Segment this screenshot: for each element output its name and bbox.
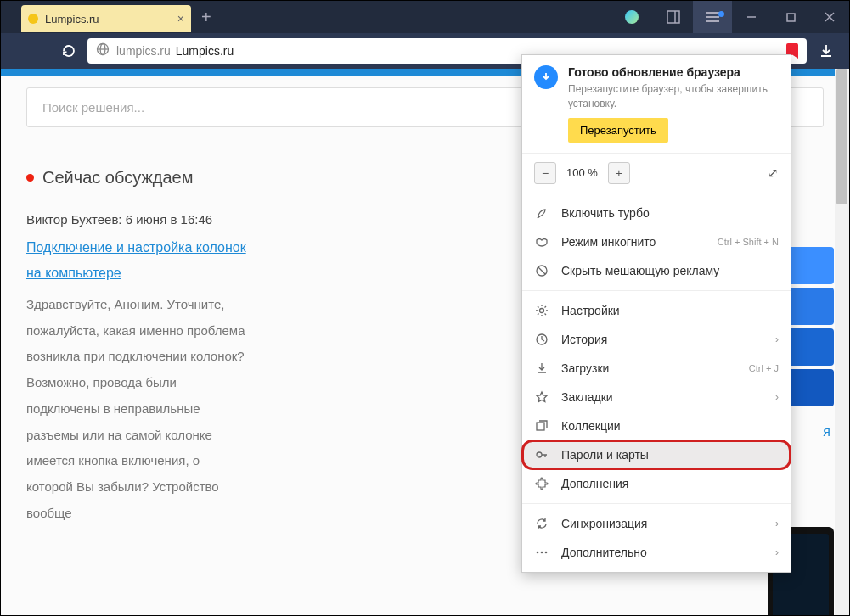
history-icon (534, 332, 549, 347)
update-subtitle: Перезапустите браузер, чтобы завершить у… (568, 82, 779, 111)
menu-label: История (561, 333, 607, 346)
menu-more[interactable]: Дополнительно › (522, 538, 791, 567)
menu-label: Включить турбо (561, 206, 650, 220)
menu-label: Дополнения (561, 477, 628, 490)
profile-icon[interactable] (625, 10, 639, 24)
menu-downloads[interactable]: Загрузки Ctrl + J (522, 354, 791, 383)
zoom-controls: − 100 % + ⤢ (522, 154, 791, 193)
menu-label: Пароли и карты (561, 448, 649, 462)
promo-text: я (823, 424, 830, 440)
browser-menu: Готово обновление браузера Перезапустите… (521, 54, 791, 573)
panel-icon[interactable] (654, 1, 693, 33)
minimize-button[interactable] (732, 1, 771, 33)
url-domain: lumpics.ru (116, 44, 171, 58)
maximize-button[interactable] (771, 1, 810, 33)
chevron-right-icon: › (775, 546, 779, 558)
title-bar: Lumpics.ru × + (1, 1, 849, 33)
svg-line-10 (538, 267, 545, 274)
menu-label: Скрыть мешающую рекламу (561, 264, 719, 277)
live-dot-icon (26, 174, 34, 182)
menu-label: Закладки (561, 390, 613, 404)
star-icon (534, 389, 549, 405)
download-circle-icon (534, 65, 558, 89)
reload-button[interactable] (55, 37, 82, 64)
menu-label: Настройки (561, 304, 620, 317)
svg-rect-3 (787, 14, 795, 21)
section-title-text: Сейчас обсуждаем (42, 168, 193, 188)
close-tab-icon[interactable]: × (177, 12, 184, 25)
chevron-right-icon: › (775, 333, 779, 345)
mask-icon (534, 234, 549, 249)
hamburger-icon (706, 16, 719, 18)
update-banner: Готово обновление браузера Перезапустите… (522, 55, 791, 154)
menu-label: Загрузки (561, 361, 609, 375)
svg-point-11 (540, 308, 544, 312)
menu-bookmarks[interactable]: Закладки › (522, 383, 791, 412)
comment-body: Здравствуйте, Аноним. Уточните, пожалуйс… (26, 292, 247, 527)
menu-settings[interactable]: Настройки (522, 296, 791, 325)
svg-rect-0 (667, 11, 679, 23)
svg-rect-13 (537, 423, 544, 430)
comment-meta: Виктор Бухтеев: 6 июня в 16:46 (26, 210, 247, 230)
svg-point-16 (541, 551, 543, 553)
scrollbar-thumb[interactable] (836, 69, 847, 204)
discussion-sidebar: Сейчас обсуждаем Виктор Бухтеев: 6 июня … (26, 168, 247, 527)
block-icon (534, 263, 549, 278)
url-page: Lumpics.ru (176, 44, 234, 58)
zoom-out-button[interactable]: − (534, 162, 556, 184)
comment-link[interactable]: Подключение и настройка колонок на компь… (26, 235, 247, 287)
close-window-button[interactable] (810, 1, 849, 33)
download-icon (534, 361, 549, 376)
favicon-icon (28, 14, 38, 24)
menu-label: Режим инкогнито (561, 235, 656, 249)
window-controls (625, 1, 849, 33)
browser-tab[interactable]: Lumpics.ru × (21, 5, 191, 32)
update-title: Готово обновление браузера (568, 65, 779, 79)
menu-label: Коллекции (561, 419, 621, 433)
svg-point-15 (537, 551, 539, 553)
new-tab-button[interactable]: + (201, 8, 211, 27)
download-button[interactable] (812, 36, 841, 65)
tab-title: Lumpics.ru (45, 13, 171, 25)
more-icon (534, 545, 549, 560)
menu-label: Дополнительно (561, 546, 647, 559)
shortcut-label: Ctrl + Shift + N (718, 237, 779, 247)
section-title: Сейчас обсуждаем (26, 168, 247, 188)
svg-point-17 (545, 551, 548, 553)
collections-icon (534, 418, 549, 434)
menu-sync[interactable]: Синхронизация › (522, 509, 791, 538)
shortcut-label: Ctrl + J (749, 363, 779, 373)
menu-passwords[interactable]: Пароли и карты (522, 440, 791, 469)
zoom-value: 100 % (563, 166, 601, 179)
zoom-in-button[interactable]: + (608, 162, 630, 184)
chevron-right-icon: › (775, 391, 779, 403)
globe-icon (96, 42, 110, 59)
menu-history[interactable]: История › (522, 325, 791, 354)
sync-icon (534, 516, 549, 531)
notification-badge (718, 11, 724, 17)
puzzle-icon (534, 476, 549, 491)
scrollbar[interactable] (835, 69, 849, 615)
chevron-right-icon: › (775, 518, 779, 529)
gear-icon (534, 303, 549, 318)
menu-turbo[interactable]: Включить турбо (522, 199, 791, 227)
restart-button[interactable]: Перезапустить (568, 118, 668, 143)
fullscreen-icon[interactable]: ⤢ (768, 165, 779, 181)
rocket-icon (534, 205, 549, 221)
menu-incognito[interactable]: Режим инкогнито Ctrl + Shift + N (522, 227, 791, 256)
menu-label: Синхронизация (561, 517, 647, 530)
svg-point-14 (537, 452, 542, 457)
menu-button[interactable] (693, 1, 732, 33)
menu-addons[interactable]: Дополнения (522, 469, 791, 498)
key-icon (534, 447, 549, 462)
menu-hide-ads[interactable]: Скрыть мешающую рекламу (522, 256, 791, 285)
menu-collections[interactable]: Коллекции (522, 412, 791, 440)
